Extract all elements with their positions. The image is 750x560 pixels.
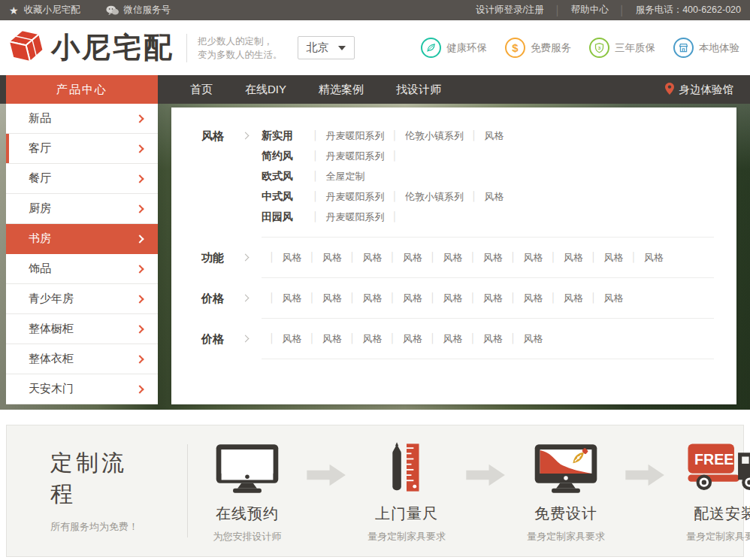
link-separator: │	[430, 288, 436, 308]
sidebar-item-7[interactable]: 整体橱柜	[6, 314, 158, 344]
sidebar-item-0[interactable]: 新品	[6, 104, 158, 134]
step-delivery: FREE 配送安装 量身定制家具要求	[666, 438, 750, 543]
panel-link[interactable]: 风格	[283, 247, 302, 268]
designer-login-link[interactable]: 设计师登录/注册	[476, 4, 544, 17]
panel-link[interactable]: 伦敦小镇系列	[405, 126, 464, 146]
filter-row: │风格│风格│风格│风格│风格│风格│风格│风格│风格	[262, 288, 723, 308]
panel-link[interactable]: 风格	[403, 328, 422, 349]
panel-link[interactable]: 风格	[483, 247, 503, 268]
nav-experience-store[interactable]: 身边体验馆	[665, 75, 734, 104]
filter-row-name[interactable]: 简约风	[262, 146, 305, 166]
panel-link[interactable]: 风格	[283, 288, 302, 308]
help-center-link[interactable]: 帮助中心	[571, 4, 609, 17]
logo[interactable]: 小尼宅配	[6, 26, 174, 70]
filter-row-name[interactable]: 新实用	[262, 126, 305, 146]
nav-item-diy[interactable]: 在线DIY	[245, 75, 286, 104]
link-separator: │	[349, 288, 355, 308]
sidebar-item-label: 新品	[29, 111, 51, 126]
panel-link[interactable]: 丹麦暖阳系列	[326, 146, 385, 166]
city-value: 北京	[307, 41, 329, 55]
nav-item-home[interactable]: 首页	[190, 75, 213, 104]
sidebar-item-9[interactable]: 天安木门	[6, 374, 158, 404]
step-free-design: 免费设计 量身定制家具要求	[507, 438, 625, 543]
link-separator: │	[313, 186, 319, 207]
header-divider	[186, 34, 187, 62]
svg-text:3: 3	[598, 45, 601, 50]
panel-link[interactable]: 丹麦暖阳系列	[326, 207, 385, 227]
panel-link[interactable]: 丹麦暖阳系列	[326, 186, 385, 207]
link-separator: │	[313, 207, 319, 227]
panel-link[interactable]: 风格	[644, 247, 664, 268]
category-sidebar: 新品客厅餐厅厨房书房饰品青少年房整体橱柜整体衣柜天安木门	[6, 104, 158, 404]
panel-link[interactable]: 风格	[485, 126, 504, 146]
sidebar-item-label: 饰品	[29, 262, 51, 276]
nav-product-center[interactable]: 产品中心	[6, 75, 158, 104]
panel-link[interactable]: 风格	[403, 288, 422, 308]
chevron-right-icon	[135, 355, 144, 363]
panel-link[interactable]: 风格	[485, 186, 504, 207]
leaf-icon	[421, 38, 441, 58]
shield-icon: 3	[589, 38, 609, 58]
panel-link[interactable]: 风格	[322, 328, 342, 349]
process-title: 定制流程	[50, 448, 141, 510]
city-selector[interactable]: 北京	[298, 36, 355, 59]
chevron-right-icon	[135, 114, 144, 123]
panel-link[interactable]: 伦敦小镇系列	[405, 186, 464, 207]
sidebar-item-5[interactable]: 饰品	[6, 254, 158, 284]
panel-link[interactable]: 风格	[564, 247, 583, 268]
panel-link[interactable]: 风格	[403, 247, 422, 268]
panel-link[interactable]: 风格	[443, 328, 463, 349]
panel-link[interactable]: 风格	[604, 288, 624, 308]
process-subtitle: 所有服务均为免费！	[50, 520, 141, 534]
link-separator: │	[390, 288, 396, 308]
panel-link[interactable]: 风格	[283, 328, 302, 349]
panel-link[interactable]: 风格	[363, 328, 383, 349]
panel-link[interactable]: 风格	[363, 288, 383, 308]
filter-row-name[interactable]: 欧式风	[262, 166, 305, 186]
panel-link[interactable]: 风格	[524, 247, 543, 268]
link-separator: │	[313, 146, 319, 166]
sidebar-item-3[interactable]: 厨房	[6, 194, 158, 224]
chevron-right-icon	[135, 265, 144, 273]
filter-row-name[interactable]: 田园风	[262, 207, 305, 227]
sidebar-item-6[interactable]: 青少年房	[6, 284, 158, 314]
wechat-link[interactable]: 微信服务号	[106, 4, 171, 17]
nav-item-designer[interactable]: 找设计师	[396, 75, 441, 104]
panel-link[interactable]: 全屋定制	[326, 166, 365, 186]
sidebar-item-2[interactable]: 餐厅	[6, 164, 158, 194]
free-truck-icon: FREE	[666, 438, 750, 494]
panel-link[interactable]: 丹麦暖阳系列	[326, 126, 385, 146]
panel-link[interactable]: 风格	[322, 288, 342, 308]
content-area: 新品客厅餐厅厨房书房饰品青少年房整体橱柜整体衣柜天安木门 风格新实用│丹麦暖阳系…	[0, 104, 750, 410]
dollar-icon: $	[505, 38, 525, 58]
filter-row: │风格│风格│风格│风格│风格│风格│风格│风格│风格│风格	[262, 247, 723, 268]
panel-link[interactable]: 风格	[564, 288, 583, 308]
sidebar-item-1[interactable]: 客厅	[6, 134, 158, 164]
link-separator: │	[310, 288, 316, 308]
link-separator: │	[269, 288, 275, 308]
step-online-booking: 在线预约 为您安排设计师	[188, 438, 307, 543]
filter-row: 新实用│丹麦暖阳系列│伦敦小镇系列│风格	[262, 126, 723, 146]
sidebar-item-4[interactable]: 书房	[6, 224, 158, 254]
panel-link[interactable]: 风格	[524, 288, 543, 308]
chevron-right-icon	[135, 385, 144, 393]
panel-link[interactable]: 风格	[443, 288, 463, 308]
topbar-separator: │	[619, 5, 625, 16]
filter-row-name[interactable]: 中式风	[262, 186, 305, 207]
panel-link[interactable]: 风格	[604, 247, 624, 268]
panel-link[interactable]: 风格	[524, 328, 543, 349]
panel-link[interactable]: 风格	[363, 247, 383, 268]
nav-item-cases[interactable]: 精选案例	[319, 75, 364, 104]
panel-link[interactable]: 风格	[483, 328, 503, 349]
logo-text: 小尼宅配	[51, 29, 174, 67]
favorite-link[interactable]: ★ 收藏小尼宅配	[9, 4, 80, 17]
sidebar-item-8[interactable]: 整体衣柜	[6, 344, 158, 374]
panel-link[interactable]: 风格	[443, 247, 463, 268]
service-badges: 健康环保 $ 免费服务 3 三年质保 本地体验	[421, 38, 739, 58]
spacer	[0, 410, 750, 425]
link-separator: │	[471, 186, 477, 207]
filter-row: │风格│风格│风格│风格│风格│风格│风格	[262, 328, 723, 349]
panel-link[interactable]: 风格	[483, 288, 503, 308]
panel-link[interactable]: 风格	[322, 247, 342, 268]
filter-row: 简约风│丹麦暖阳系列│	[262, 146, 723, 166]
